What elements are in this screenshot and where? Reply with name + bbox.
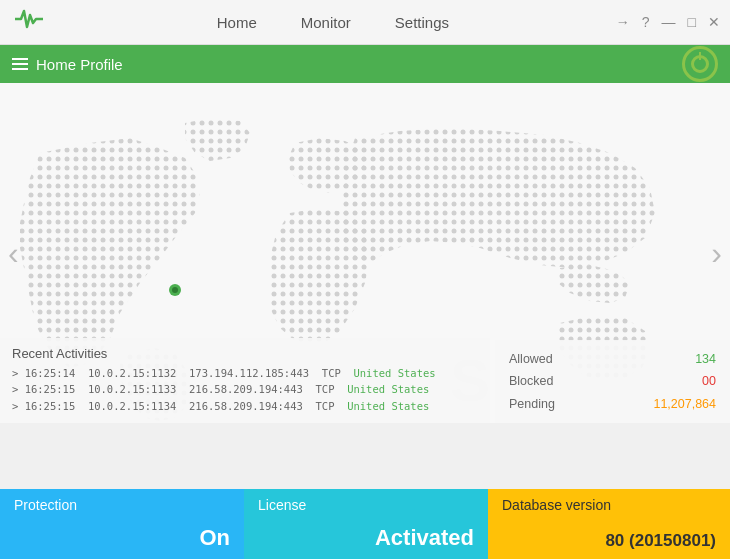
nav-monitor[interactable]: Monitor	[299, 10, 353, 35]
database-section: Database version 80 (20150801)	[488, 489, 730, 559]
blocked-row: Blocked 00	[509, 370, 716, 393]
blocked-label: Blocked	[509, 370, 553, 393]
activity-row-1: > 16:25:14 10.0.2.15:1132 173.194.112.18…	[12, 365, 478, 382]
map-arrow-right[interactable]: ›	[711, 235, 722, 272]
activity-row-3: > 16:25:15 10.0.2.15:1134 216.58.209.194…	[12, 398, 478, 415]
pending-row: Pending 11,207,864	[509, 393, 716, 416]
allowed-row: Allowed 134	[509, 348, 716, 371]
nav-settings[interactable]: Settings	[393, 10, 451, 35]
minimize-button[interactable]: —	[662, 14, 676, 30]
stats-panel: Allowed 134 Blocked 00 Pending 11,207,86…	[495, 340, 730, 424]
allowed-label: Allowed	[509, 348, 553, 371]
maximize-button[interactable]: □	[688, 14, 696, 30]
database-value: 80 (20150801)	[502, 531, 716, 551]
protection-value: On	[14, 525, 230, 551]
title-bar: Home Monitor Settings → ? — □ ✕	[0, 0, 730, 45]
activity-row-2: > 16:25:15 10.0.2.15:1133 216.58.209.194…	[12, 381, 478, 398]
logo-icon	[13, 5, 45, 39]
license-value: Activated	[258, 525, 474, 551]
blocked-value: 00	[702, 370, 716, 393]
active-location-center	[172, 287, 178, 293]
license-section: License Activated	[244, 489, 488, 559]
nav-area: Home Monitor Settings	[50, 10, 616, 35]
help-button[interactable]: ?	[642, 14, 650, 30]
close-button[interactable]: ✕	[708, 14, 720, 30]
logo-area	[0, 5, 50, 39]
nav-home[interactable]: Home	[215, 10, 259, 35]
forward-button[interactable]: →	[616, 14, 630, 30]
profile-text: Home Profile	[36, 56, 123, 73]
activity-panel: Recent Activities > 16:25:14 10.0.2.15:1…	[0, 338, 490, 423]
license-label: License	[258, 497, 474, 513]
profile-bar: Home Profile	[0, 45, 730, 83]
map-area: ‹ › S Recent Activities > 16:25:14 10.0.…	[0, 83, 730, 423]
window-controls: → ? — □ ✕	[616, 14, 730, 30]
map-arrow-left[interactable]: ‹	[8, 235, 19, 272]
allowed-value: 134	[695, 348, 716, 371]
power-button[interactable]	[682, 46, 718, 82]
profile-label: Home Profile	[12, 56, 123, 73]
power-icon	[691, 55, 709, 73]
protection-section: Protection On	[0, 489, 244, 559]
pending-label: Pending	[509, 393, 555, 416]
pending-value: 11,207,864	[653, 393, 716, 416]
hamburger-icon[interactable]	[12, 58, 28, 70]
database-label: Database version	[502, 497, 716, 513]
status-bar: Protection On License Activated Database…	[0, 489, 730, 559]
protection-label: Protection	[14, 497, 230, 513]
activity-title: Recent Activities	[12, 346, 478, 361]
